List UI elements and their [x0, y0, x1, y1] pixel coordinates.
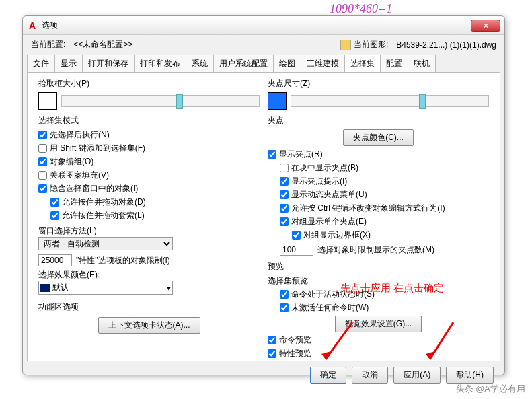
cb-no-active-cmd[interactable]: [280, 303, 289, 312]
svg-line-0: [326, 322, 352, 359]
cb-group-single[interactable]: [280, 217, 289, 226]
chevron-down-icon: ▾: [167, 283, 171, 293]
cb-dynamic-grip-menu[interactable]: [280, 190, 289, 199]
options-dialog: A 选项 ✕ 当前配置: <<未命名配置>> 当前图形: B4539-2.21.…: [22, 15, 505, 375]
cb-grips-in-blocks[interactable]: [280, 164, 289, 172]
limit-input[interactable]: [38, 254, 72, 266]
gripsize-label: 夹点尺寸(Z): [268, 78, 489, 89]
cb-press-drag-lasso[interactable]: [50, 211, 59, 220]
help-button[interactable]: 帮助(H): [446, 367, 494, 384]
mode-title: 选择集模式: [38, 115, 260, 126]
app-logo-icon: A: [27, 20, 38, 31]
drawing-icon: [340, 40, 351, 50]
tab-online[interactable]: 联机: [408, 55, 436, 72]
cb-prop-preview[interactable]: [268, 349, 276, 358]
cb-show-grips[interactable]: [268, 150, 276, 159]
tab-file[interactable]: 文件: [27, 55, 55, 72]
cb-noun-verb[interactable]: [38, 131, 47, 139]
tab-user-prefs[interactable]: 用户系统配置: [213, 55, 274, 72]
titlebar: A 选项 ✕: [23, 16, 504, 35]
arrow-to-apply: [420, 319, 460, 366]
ribbon-title: 功能区选项: [38, 301, 260, 313]
cb-shift-add[interactable]: [38, 144, 47, 153]
overlay-annotation: 1090*460=1: [330, 2, 392, 16]
svg-marker-3: [426, 351, 435, 359]
tab-3d[interactable]: 三维建模: [301, 55, 345, 72]
pickbox-slider[interactable]: [61, 95, 260, 107]
current-drawing-label: 当前图形:: [354, 39, 388, 50]
cb-implied-window[interactable]: [38, 184, 47, 193]
window-method-select[interactable]: 两者 - 自动检测: [38, 237, 173, 250]
context-tab-states-button[interactable]: 上下文选项卡状态(A)...: [98, 317, 200, 334]
tab-drafting[interactable]: 绘图: [273, 55, 301, 72]
gripsize-preview: [268, 92, 287, 110]
close-button[interactable]: ✕: [471, 20, 500, 32]
right-column: 夹点尺寸(Z) 夹点 夹点颜色(C)... 显示夹点(R) 在块中显示夹点(B)…: [264, 78, 493, 355]
dialog-title: 选项: [42, 20, 471, 31]
ok-button[interactable]: 确定: [310, 367, 346, 384]
apply-button[interactable]: 应用(A): [393, 367, 441, 384]
grip-limit-label: 选择对象时限制显示的夹点数(M): [317, 244, 434, 256]
cb-object-group[interactable]: [38, 157, 47, 166]
tab-open-save[interactable]: 打开和保存: [82, 55, 135, 72]
cb-assoc-hatch[interactable]: [38, 171, 47, 180]
watermark: 头条 @A学必有用: [456, 383, 525, 395]
cancel-button[interactable]: 取消: [352, 367, 388, 384]
cb-press-drag[interactable]: [50, 198, 59, 207]
effect-color-label: 选择效果颜色(E):: [38, 269, 260, 281]
tab-display[interactable]: 显示: [54, 55, 83, 72]
current-profile-label: 当前配置:: [31, 39, 65, 50]
current-drawing-value: B4539-2.21...) (1)(1)(1).dwg: [396, 40, 496, 50]
arrow-to-ok: [319, 319, 359, 366]
left-column: 拾取框大小(P) 选择集模式 先选择后执行(N) 用 Shift 键添加到选择集…: [34, 78, 264, 355]
cb-active-cmd[interactable]: [280, 290, 289, 299]
window-method-label: 窗口选择方法(L):: [38, 225, 260, 237]
cb-grip-tips[interactable]: [280, 177, 289, 186]
color-swatch-icon: [40, 284, 50, 292]
cb-cmd-preview[interactable]: [268, 336, 276, 344]
tab-plot[interactable]: 打印和发布: [134, 55, 186, 72]
tab-selection[interactable]: 选择集: [344, 55, 381, 72]
grip-color-button[interactable]: 夹点颜色(C)...: [343, 129, 414, 146]
pickbox-label: 拾取框大小(P): [38, 78, 260, 89]
current-profile-value: <<未命名配置>>: [73, 39, 132, 50]
effect-color-select[interactable]: 默认 ▾: [38, 281, 173, 295]
grip-limit-input[interactable]: [280, 244, 313, 256]
limit-label: "特性"选项板的对象限制(I): [76, 255, 170, 266]
cb-ctrl-cycle[interactable]: [280, 204, 289, 213]
annotation-note: 先点击应用 在点击确定: [340, 282, 444, 295]
tab-system[interactable]: 系统: [186, 55, 214, 72]
preview-title: 预览: [268, 261, 489, 273]
profile-row: 当前配置: <<未命名配置>> 当前图形: B4539-2.21...) (1)…: [23, 35, 504, 55]
tab-content: 拾取框大小(P) 选择集模式 先选择后执行(N) 用 Shift 键添加到选择集…: [27, 72, 500, 361]
gripsize-slider[interactable]: [291, 95, 489, 107]
grips-title: 夹点: [268, 115, 489, 126]
cb-group-bbox[interactable]: [292, 231, 301, 240]
pickbox-preview: [38, 92, 57, 110]
tab-profiles[interactable]: 配置: [380, 55, 408, 72]
tabs: 文件 显示 打开和保存 打印和发布 系统 用户系统配置 绘图 三维建模 选择集 …: [23, 55, 504, 72]
